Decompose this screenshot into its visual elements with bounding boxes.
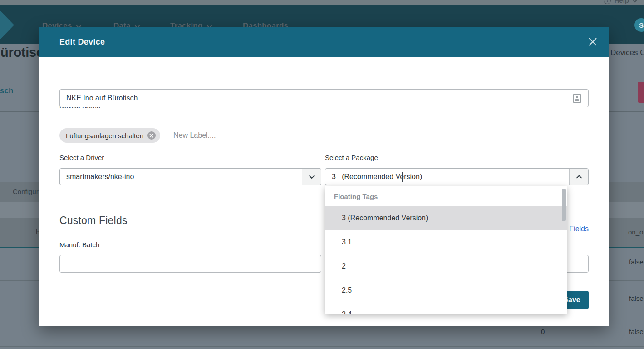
dropdown-option[interactable]: 2.4: [325, 302, 567, 314]
package-select-toggle[interactable]: [569, 169, 588, 185]
autofill-contact-icon[interactable]: [573, 94, 581, 103]
driver-select[interactable]: smartmakers/nke-ino: [59, 168, 321, 185]
device-name-value: NKE Ino auf Bürotisch: [66, 94, 138, 102]
page-title-fragment: ürotisc: [0, 45, 44, 60]
package-select[interactable]: 3 (Recommended Version): [325, 168, 589, 185]
label-chip[interactable]: Lüftungsanlagen schalten: [59, 128, 160, 143]
table-cell: false: [629, 294, 644, 302]
fields-link-fragment[interactable]: Fields: [569, 225, 589, 233]
dropdown-option[interactable]: 2: [325, 254, 567, 278]
user-avatar[interactable]: S: [634, 18, 644, 32]
table-cell: false: [629, 328, 644, 335]
label-chip-text: Lüftungsanlagen schalten: [66, 132, 143, 140]
manuf-batch-input[interactable]: [59, 255, 321, 273]
breadcrumb-fragment: Devices Ov: [610, 48, 644, 57]
avatar-initial: S: [639, 21, 644, 29]
text-caret: [402, 172, 403, 182]
help-icon: ?: [604, 0, 611, 4]
new-label-input[interactable]: New Label....: [173, 131, 216, 140]
table-cell: 0: [541, 328, 545, 335]
modal-title: Edit Device: [59, 37, 105, 47]
custom-fields-heading: Custom Fields: [59, 214, 128, 227]
modal-header: Edit Device: [39, 27, 609, 57]
manuf-batch-label: Manuf. Batch: [59, 241, 99, 249]
table-header-right-fragment: on_o: [628, 228, 643, 236]
remove-label-icon[interactable]: [147, 131, 156, 140]
driver-select-value: smartmakers/nke-ino: [60, 173, 302, 181]
package-select-value: 3 (Recommended Version): [325, 173, 569, 181]
chevron-down-icon: [632, 0, 638, 3]
close-icon[interactable]: [588, 37, 598, 47]
chevron-up-icon: [576, 175, 582, 179]
delete-button-fragment[interactable]: [638, 82, 644, 103]
top-utility-bar: ? Help: [0, 0, 644, 5]
help-label: Help: [614, 0, 629, 4]
logo-arrow-icon: [0, 10, 14, 40]
help-menu[interactable]: ? Help: [604, 0, 638, 4]
divider: [0, 346, 644, 347]
dropdown-option[interactable]: 2.5: [325, 278, 567, 302]
device-tab-fragment[interactable]: sch: [0, 86, 13, 95]
app-root: ? Help Devices Data Tracking Dashboards …: [0, 0, 644, 349]
dropdown-option[interactable]: 3 (Recommended Version): [325, 206, 567, 230]
configuration-tab-label: Configura: [13, 188, 42, 195]
dropdown-scrollbar[interactable]: [562, 189, 566, 221]
package-select-label: Select a Package: [325, 154, 378, 161]
driver-select-label: Select a Driver: [59, 154, 104, 161]
table-cell: false: [629, 258, 644, 266]
driver-select-toggle[interactable]: [302, 169, 321, 185]
device-name-input[interactable]: NKE Ino auf Bürotisch: [59, 89, 589, 107]
dropdown-group-label: Floating Tags: [334, 193, 378, 200]
dropdown-option[interactable]: 3.1: [325, 230, 567, 254]
chevron-down-icon: [309, 175, 315, 179]
package-dropdown: Floating Tags 3 (Recommended Version) 3.…: [325, 186, 567, 314]
